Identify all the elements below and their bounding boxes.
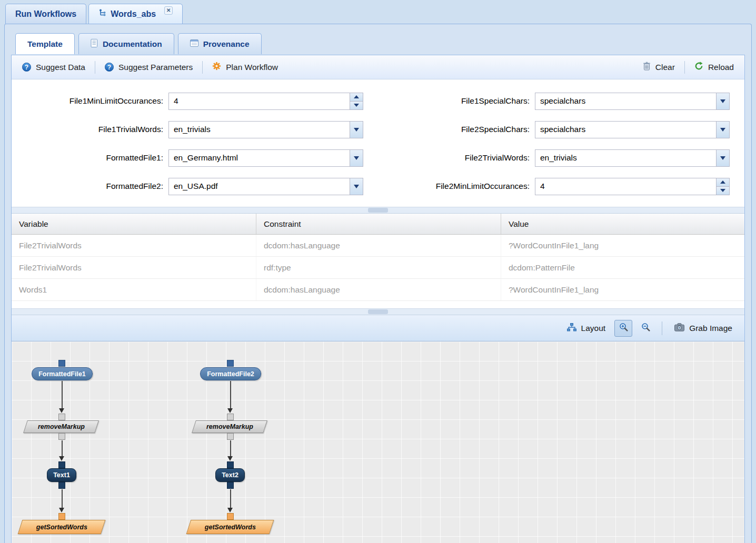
node-removemarkup-2[interactable]: removeMarkup — [192, 420, 267, 433]
spinner-down-button[interactable] — [350, 102, 363, 109]
workflow-graph-canvas[interactable]: FormattedFile1 removeMarkup Text1 — [12, 341, 744, 543]
table-row[interactable]: File2TrivialWords rdf:type dcdom:Pattern… — [12, 257, 744, 279]
edge-arrow — [59, 381, 65, 413]
grab-image-label: Grab Image — [689, 324, 732, 333]
node-text1[interactable]: Text1 — [47, 468, 76, 482]
spinner-down-button[interactable] — [717, 187, 729, 195]
cell-value: ?WordCountInFile1_lang — [501, 235, 744, 256]
tab-template[interactable]: Template — [15, 33, 75, 54]
reload-icon — [694, 62, 703, 73]
file2minlimitoccurances-input[interactable] — [535, 178, 716, 195]
suggest-parameters-button[interactable]: ? Suggest Parameters — [102, 60, 196, 75]
tab-run-workflows[interactable]: Run Workflows — [5, 4, 86, 24]
tab-provenance[interactable]: Provenance — [178, 33, 262, 54]
chevron-down-icon — [720, 189, 725, 192]
form-column-right: File1SpecialChars: File2SpecialChars: — [378, 87, 744, 207]
cell-value: ?WordCountInFile1_lang — [501, 279, 744, 300]
file2minlimitoccurances-spinner[interactable] — [535, 178, 730, 195]
combo-trigger-button[interactable] — [716, 93, 729, 109]
layout-button[interactable]: Layout — [562, 320, 611, 337]
zoom-in-button[interactable] — [614, 320, 632, 337]
output-port — [227, 482, 234, 489]
file1specialchars-combo[interactable] — [535, 93, 730, 110]
form-row: File1TrivialWords: — [12, 115, 378, 144]
node-label: getSortedWords — [36, 524, 87, 531]
grid-graph-splitter[interactable] — [12, 308, 744, 315]
toolbar-separator — [202, 61, 203, 74]
tab-provenance-label: Provenance — [203, 39, 250, 49]
grab-image-button[interactable]: Grab Image — [670, 320, 737, 337]
help-icon: ? — [105, 63, 114, 72]
combo-trigger-button[interactable] — [350, 150, 363, 166]
field-label-formattedfile2: FormattedFile2: — [12, 182, 168, 191]
spinner-up-button[interactable] — [350, 93, 363, 102]
file1specialchars-input[interactable] — [535, 93, 716, 109]
spinner-up-button[interactable] — [717, 178, 729, 187]
input-port — [227, 360, 234, 367]
chevron-down-icon — [720, 99, 725, 103]
spinner-buttons — [716, 178, 729, 195]
form-row: File2SpecialChars: — [378, 115, 744, 144]
collapse-handle[interactable] — [368, 208, 388, 213]
file1trivialwords-combo[interactable] — [168, 121, 363, 138]
formattedfile2-input[interactable] — [169, 178, 350, 195]
column-header-constraint[interactable]: Constraint — [256, 214, 501, 234]
node-text2[interactable]: Text2 — [215, 468, 245, 482]
layout-label: Layout — [581, 324, 606, 333]
trash-icon — [643, 62, 651, 73]
component-output-port — [227, 433, 234, 440]
cell-variable: File2TrivialWords — [12, 235, 256, 256]
file2specialchars-combo[interactable] — [535, 121, 730, 138]
form-row: File1MinLimitOccurances: — [12, 87, 378, 115]
edge-arrow — [59, 489, 65, 512]
form-grid-splitter[interactable] — [12, 207, 744, 214]
input-port — [58, 461, 65, 468]
field-label-file1trivialwords: File1TrivialWords: — [12, 125, 168, 134]
tab-documentation[interactable]: Documentation — [78, 33, 174, 54]
file2trivialwords-input[interactable] — [535, 150, 716, 166]
combo-trigger-button[interactable] — [350, 122, 363, 138]
column-header-variable[interactable]: Variable — [12, 214, 256, 234]
reload-button[interactable]: Reload — [691, 59, 737, 75]
file1trivialwords-input[interactable] — [169, 122, 350, 138]
component-input-port — [58, 414, 65, 420]
file2trivialwords-combo[interactable] — [535, 149, 730, 167]
table-row[interactable]: File2TrivialWords dcdom:hasLanguage ?Wor… — [12, 235, 744, 257]
tab-template-label: Template — [27, 39, 63, 49]
file2specialchars-input[interactable] — [535, 122, 716, 138]
combo-trigger-button[interactable] — [716, 122, 729, 138]
form-column-left: File1MinLimitOccurances: File1TrivialWor… — [12, 87, 378, 207]
collapse-handle[interactable] — [368, 309, 388, 314]
chevron-up-icon — [354, 95, 359, 98]
formattedfile1-combo[interactable] — [168, 149, 363, 167]
input-port — [58, 360, 65, 367]
clear-button[interactable]: Clear — [640, 59, 678, 75]
node-formattedfile2[interactable]: FormattedFile2 — [200, 367, 261, 380]
formattedfile1-input[interactable] — [169, 150, 350, 166]
suggest-parameters-label: Suggest Parameters — [118, 63, 193, 72]
node-formattedfile1[interactable]: FormattedFile1 — [32, 367, 93, 380]
component-input-port — [227, 414, 234, 420]
close-icon[interactable]: ✕ — [164, 6, 173, 15]
cell-constraint: dcdom:hasLanguage — [256, 279, 501, 300]
plan-workflow-button[interactable]: Plan Workflow — [209, 59, 281, 75]
tab-words-abs[interactable]: Words_abs ✕ — [88, 4, 183, 24]
node-label: FormattedFile2 — [207, 370, 254, 378]
combo-trigger-button[interactable] — [350, 178, 363, 195]
form-row: FormattedFile1: — [12, 144, 378, 172]
node-getsortedwords-1[interactable]: getSortedWords — [18, 520, 106, 534]
zoom-out-button[interactable] — [636, 320, 654, 337]
layout-icon — [567, 323, 576, 334]
suggest-data-button[interactable]: ? Suggest Data — [19, 60, 88, 75]
file1minlimitoccurances-input[interactable] — [169, 93, 350, 109]
column-header-value[interactable]: Value — [501, 214, 744, 234]
file1minlimitoccurances-spinner[interactable] — [168, 93, 363, 110]
table-row[interactable]: Words1 dcdom:hasLanguage ?WordCountInFil… — [12, 279, 744, 301]
formattedfile2-combo[interactable] — [168, 178, 363, 195]
chevron-down-icon — [354, 185, 359, 188]
component-output-port — [58, 433, 65, 440]
combo-trigger-button[interactable] — [716, 150, 729, 166]
main-panel: Template Documentation — [4, 24, 752, 543]
node-getsortedwords-2[interactable]: getSortedWords — [186, 520, 274, 534]
node-removemarkup-1[interactable]: removeMarkup — [23, 420, 99, 433]
